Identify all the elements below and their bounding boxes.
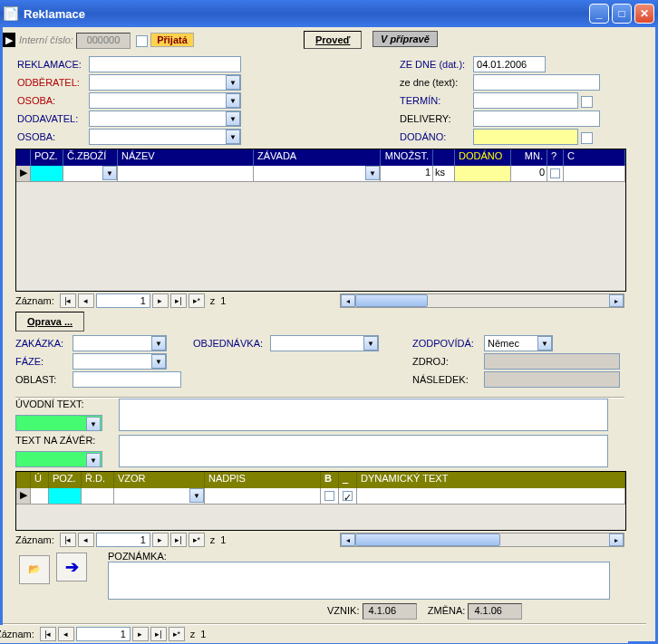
odberatel-input[interactable] xyxy=(89,74,241,91)
folder-open-button[interactable]: 📂 xyxy=(19,555,50,584)
nasledek-input[interactable] xyxy=(484,371,620,388)
chevron-down-icon[interactable]: ▼ xyxy=(226,111,240,126)
nav3-new-button[interactable]: ▸* xyxy=(169,627,185,641)
nav-last-button[interactable]: ▸| xyxy=(170,293,187,308)
nav-total: 1 xyxy=(220,295,226,306)
titlebar: 📄 Reklamace _ □ ✕ xyxy=(0,0,658,27)
chevron-down-icon[interactable]: ▼ xyxy=(226,93,240,108)
close-button[interactable]: ✕ xyxy=(634,4,654,24)
chevron-down-icon[interactable]: ▼ xyxy=(86,453,101,467)
nav2-last-button[interactable]: ▸| xyxy=(170,533,187,547)
nav2-first-button[interactable]: |◂ xyxy=(60,533,76,547)
uvodni-select[interactable]: ▼ xyxy=(15,415,102,431)
maximize-button[interactable]: □ xyxy=(612,4,632,24)
zdroj-input[interactable] xyxy=(484,353,620,370)
nav3-last-button[interactable]: ▸| xyxy=(150,627,167,641)
zaver-text-input[interactable] xyxy=(119,435,608,467)
chevron-down-icon[interactable]: ▼ xyxy=(86,417,101,431)
col-nazev: NÁZEV xyxy=(118,149,254,166)
objednavka-label: OBJEDNÁVKA: xyxy=(193,338,267,349)
forward-button[interactable]: ➔ xyxy=(56,553,87,582)
termin-input[interactable] xyxy=(473,92,578,109)
grid2-body xyxy=(16,505,625,530)
chevron-down-icon[interactable]: ▼ xyxy=(363,336,378,351)
scroll-left-icon[interactable]: ◂ xyxy=(341,294,355,307)
oprava-button[interactable]: Oprava ... xyxy=(15,312,84,332)
g2-b-checkbox[interactable] xyxy=(324,491,334,501)
dodavatel-input[interactable] xyxy=(89,111,241,127)
nav3-pos-input[interactable] xyxy=(76,627,131,641)
ze-dne-dat-input[interactable] xyxy=(473,56,546,72)
row-checkbox[interactable] xyxy=(550,168,560,178)
osoba2-input[interactable] xyxy=(89,129,241,145)
zakazka-label: ZAKÁZKA: xyxy=(15,338,70,349)
cell-mn[interactable]: 0 xyxy=(511,166,547,182)
scroll-right-icon[interactable]: ▸ xyxy=(609,533,624,546)
grid1-hscroll[interactable]: ◂ ▸ xyxy=(340,293,624,308)
uvodni-text-input[interactable] xyxy=(119,399,608,431)
grid1-body xyxy=(16,182,625,291)
chevron-down-icon[interactable]: ▼ xyxy=(226,75,240,90)
proved-button[interactable]: Proveď xyxy=(304,31,362,49)
minimize-button[interactable]: _ xyxy=(589,4,609,24)
cell-mnozst[interactable]: 1 xyxy=(381,166,433,182)
nav2-next-button[interactable]: ▸ xyxy=(152,533,169,547)
g2-col-b: B xyxy=(321,472,339,488)
ze-dne-text-input[interactable] xyxy=(473,74,600,91)
nav3-first-button[interactable]: |◂ xyxy=(40,627,56,641)
grid1-header: POZ. Č.ZBOŽÍ NÁZEV ZÁVADA MNOŽST. DODÁNO… xyxy=(16,149,625,166)
nav2-prev-button[interactable]: ◂ xyxy=(78,533,94,547)
arrow-right-icon: ➔ xyxy=(65,557,79,577)
col-zavada: ZÁVADA xyxy=(254,149,381,166)
zaver-text-label: TEXT NA ZÁVĚR: xyxy=(15,435,95,446)
g2-col-nadpis: NADPIS xyxy=(205,472,321,488)
chevron-down-icon[interactable]: ▼ xyxy=(151,354,166,369)
dodavatel-label: DODAVATEL: xyxy=(17,113,86,124)
nav2-pos-input[interactable] xyxy=(96,533,150,547)
zmena-value: 4.1.06 xyxy=(468,603,522,620)
nav-first-button[interactable]: |◂ xyxy=(60,293,76,308)
col-czbozi: Č.ZBOŽÍ xyxy=(63,149,118,166)
poznamka-input[interactable] xyxy=(108,562,610,600)
scroll-thumb[interactable] xyxy=(355,533,500,546)
chevron-down-icon[interactable]: ▼ xyxy=(151,336,166,351)
scroll-left-icon[interactable]: ◂ xyxy=(341,533,355,546)
chevron-down-icon[interactable]: ▼ xyxy=(537,336,552,351)
nav-pos-input[interactable] xyxy=(96,293,150,308)
col-mnozst: MNOŽST. xyxy=(381,149,433,166)
nav3-prev-button[interactable]: ◂ xyxy=(58,627,74,641)
g2-u-checkbox[interactable]: ✓ xyxy=(343,491,353,501)
nav-prev-button[interactable]: ◂ xyxy=(78,293,94,308)
status-badge: V přípravě xyxy=(373,31,438,47)
faze-label: FÁZE: xyxy=(15,356,70,367)
termin-checkbox[interactable] xyxy=(581,96,593,108)
grid1-row[interactable]: ▶ ▼ ▼ 1 ks 0 xyxy=(16,166,625,182)
grid2-header: Ú POZ. Ř.D. VZOR NADPIS B _ DYNAMICKÝ TE… xyxy=(16,472,625,488)
osoba1-input[interactable] xyxy=(89,92,241,109)
dodano-checkbox[interactable] xyxy=(581,132,593,144)
prijata-label: Přijatá xyxy=(150,33,194,47)
g2-col-rd: Ř.D. xyxy=(82,472,114,488)
dodano-input[interactable] xyxy=(473,129,578,145)
nav-new-button[interactable]: ▸* xyxy=(189,293,205,308)
reklamace-input[interactable] xyxy=(89,56,241,72)
scroll-thumb[interactable] xyxy=(355,294,428,307)
nav-next-button[interactable]: ▸ xyxy=(152,293,169,308)
oblast-input[interactable] xyxy=(73,371,181,388)
chevron-down-icon[interactable]: ▼ xyxy=(226,130,240,144)
ze-dne-text-label: ze dne (text): xyxy=(400,77,470,88)
nav3-next-button[interactable]: ▸ xyxy=(132,627,149,641)
g2-col-poz: POZ. xyxy=(49,472,82,488)
grid2-hscroll[interactable]: ◂ ▸ xyxy=(340,533,624,547)
nav2-new-button[interactable]: ▸* xyxy=(189,533,205,547)
zdroj-label: ZDROJ: xyxy=(412,356,481,367)
prijata-checkbox[interactable] xyxy=(136,35,148,47)
grid2-row[interactable]: ▶ ▼ ✓ xyxy=(16,488,625,505)
reklamace-label: REKLAMACE: xyxy=(17,59,86,70)
scroll-right-icon[interactable]: ▸ xyxy=(609,294,624,307)
zaver-select[interactable]: ▼ xyxy=(15,451,102,467)
col-mn: MN. xyxy=(511,149,547,166)
delivery-input[interactable] xyxy=(473,111,600,127)
g2-col-vzor: VZOR xyxy=(114,472,205,488)
objednavka-input[interactable] xyxy=(270,335,379,351)
